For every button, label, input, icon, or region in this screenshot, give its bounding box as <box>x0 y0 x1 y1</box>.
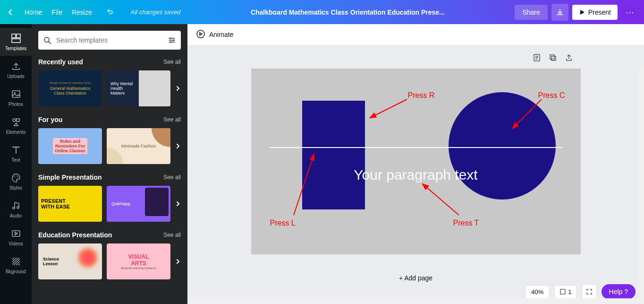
undo-icon[interactable] <box>105 7 114 17</box>
share-page-icon[interactable] <box>565 53 573 62</box>
annotation-press-l: Press L <box>270 219 296 227</box>
top-bar: Home File Resize All changes saved Chalk… <box>0 0 644 24</box>
template-thumb[interactable]: Science Lesson <box>38 243 102 279</box>
filter-icon[interactable] <box>168 36 176 44</box>
share-button[interactable]: Share <box>515 5 547 20</box>
arrow-r <box>369 97 412 121</box>
rail-uploads-label: Uploads <box>7 74 25 79</box>
svg-line-20 <box>516 99 542 125</box>
rail-text[interactable]: Text <box>0 139 32 167</box>
annotation-press-r: Press R <box>408 91 435 100</box>
horizontal-scrollbar[interactable] <box>187 298 644 304</box>
rail-templates[interactable]: Templates <box>0 28 32 56</box>
template-thumb[interactable]: Rules and Reminders For Online Classes <box>38 128 102 164</box>
annotation-press-t: Press T <box>453 219 479 227</box>
rail-photos[interactable]: Photos <box>0 84 32 112</box>
chevron-right-icon[interactable] <box>172 198 184 209</box>
tool-row: Animate <box>187 24 644 45</box>
svg-point-15 <box>197 30 204 38</box>
rail-videos[interactable]: Videos <box>0 223 32 251</box>
svg-line-21 <box>294 158 313 215</box>
rail-background[interactable]: Bkground <box>0 251 32 279</box>
home-link[interactable]: Home <box>25 9 42 16</box>
document-title[interactable]: Chalkboard Mathematics Class Orientation… <box>180 9 515 16</box>
audio-icon <box>10 200 22 211</box>
top-bar-left: Home File Resize All changes saved <box>6 7 180 17</box>
see-all-recent[interactable]: See all <box>163 59 181 65</box>
svg-rect-0 <box>12 34 16 38</box>
arrow-t <box>421 182 464 220</box>
section-title-recent: Recently used <box>38 58 83 66</box>
elements-icon <box>10 116 22 128</box>
template-thumb[interactable]: QuikNapp <box>107 186 170 222</box>
svg-line-19 <box>374 99 407 116</box>
svg-point-13 <box>173 40 174 41</box>
back-icon[interactable] <box>6 8 15 17</box>
svg-rect-23 <box>560 289 565 294</box>
search-input[interactable] <box>51 36 168 44</box>
notes-icon[interactable] <box>533 53 541 62</box>
template-thumb[interactable]: Design Quotes & Learning Cards General M… <box>38 70 102 106</box>
uploads-icon <box>10 61 22 72</box>
svg-point-5 <box>13 119 16 122</box>
slide[interactable]: Your paragraph text Press R Press C Pres… <box>251 69 581 254</box>
see-all-education[interactable]: See all <box>163 232 181 238</box>
svg-point-14 <box>170 42 172 43</box>
download-button[interactable] <box>551 4 568 21</box>
rail-audio[interactable]: Audio <box>0 195 32 223</box>
help-button[interactable]: Help ? <box>602 284 636 299</box>
rail-videos-label: Videos <box>8 241 23 246</box>
animate-button[interactable]: Animate <box>196 29 233 40</box>
resize-menu[interactable]: Resize <box>72 9 92 16</box>
section-simple-presentation: Simple Presentation See all PRESENT WITH… <box>38 174 181 222</box>
search-icon <box>43 36 51 44</box>
arrow-l <box>289 154 317 220</box>
file-menu[interactable]: File <box>51 9 62 16</box>
vertical-scrollbar[interactable] <box>638 69 644 298</box>
present-label: Present <box>588 9 611 16</box>
main-area: Templates Uploads Photos Elements Text S… <box>0 24 644 304</box>
template-thumb[interactable]: VISUAL ARTS Eastside Learning Academy <box>107 243 170 279</box>
rail-styles[interactable]: Styles <box>0 167 32 195</box>
svg-point-8 <box>16 175 17 176</box>
section-title-simple: Simple Presentation <box>38 174 102 181</box>
section-education-presentation: Education Presentation See all Science L… <box>38 231 181 279</box>
section-title-education: Education Presentation <box>38 231 112 239</box>
section-title-foryou: For you <box>38 116 62 123</box>
line-shape[interactable] <box>270 147 562 148</box>
rail-elements[interactable]: Elements <box>0 112 32 139</box>
text-icon <box>10 144 22 156</box>
animate-icon <box>196 29 205 40</box>
videos-icon <box>10 228 22 239</box>
see-all-simple[interactable]: See all <box>163 174 181 181</box>
more-options-button[interactable]: ⋯ <box>621 4 638 21</box>
template-thumb[interactable]: PRESENT WITH EASE <box>38 186 102 222</box>
rail-styles-label: Styles <box>9 185 22 191</box>
chevron-right-icon[interactable] <box>172 256 184 267</box>
svg-rect-2 <box>12 39 20 43</box>
page-actions <box>533 53 573 62</box>
template-thumb[interactable]: Minimade Fashion <box>107 128 170 164</box>
canvas-area: Animate Your paragraph text Press R Pres… <box>187 24 644 304</box>
chevron-right-icon[interactable] <box>172 83 184 94</box>
rail-audio-label: Audio <box>10 213 22 218</box>
rail-photos-label: Photos <box>8 102 23 107</box>
rail-uploads[interactable]: Uploads <box>0 56 32 84</box>
svg-rect-10 <box>12 231 20 236</box>
duplicate-icon[interactable] <box>549 53 557 62</box>
template-thumb[interactable]: Why Mental Health Matters <box>107 70 170 106</box>
canvas-scroll[interactable]: Your paragraph text Press R Press C Pres… <box>187 45 644 304</box>
zoom-button[interactable]: 40% <box>525 285 550 299</box>
page-count-button[interactable]: 1 <box>554 285 576 299</box>
templates-icon <box>10 33 22 44</box>
see-all-foryou[interactable]: See all <box>163 116 181 123</box>
svg-rect-1 <box>17 34 20 38</box>
rail-background-label: Bkground <box>6 269 26 274</box>
svg-rect-17 <box>550 55 554 59</box>
section-recently-used: Recently used See all Design Quotes & Le… <box>38 58 181 106</box>
chevron-right-icon[interactable] <box>172 140 184 152</box>
side-panel: Recently used See all Design Quotes & Le… <box>32 24 187 304</box>
present-button[interactable]: Present <box>572 5 618 20</box>
fullscreen-button[interactable] <box>582 284 597 299</box>
rail-text-label: Text <box>11 157 20 163</box>
